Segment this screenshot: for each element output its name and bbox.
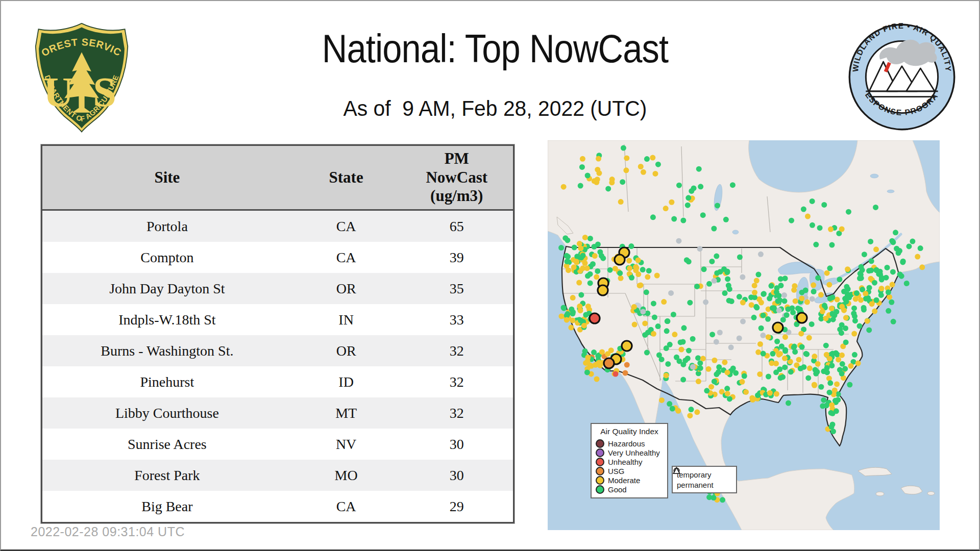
monitor-dot <box>689 407 694 412</box>
state-cell: NV <box>292 429 401 460</box>
monitor-dot <box>632 322 638 328</box>
monitor-dot <box>605 351 610 357</box>
monitor-dot <box>685 203 691 208</box>
monitor-dot <box>811 282 816 288</box>
monitor-dot <box>830 311 836 317</box>
monitor-dot <box>581 323 587 329</box>
monitor-dot <box>818 384 824 390</box>
monitor-dot <box>818 292 824 297</box>
column-header-site: Site <box>42 145 292 210</box>
monitor-dot <box>645 274 650 280</box>
column-header-pm-nowcast: PM NowCast (ug/m3) <box>401 145 514 210</box>
monitor-dot <box>821 202 827 208</box>
monitor-dot <box>876 271 881 277</box>
monitor-dot <box>829 363 835 368</box>
table-row: Forest ParkMO30 <box>42 460 514 491</box>
monitor-dot <box>626 258 632 263</box>
monitor-dot <box>714 254 719 259</box>
monitor-dot <box>697 246 703 252</box>
column-header-state: State <box>292 145 401 210</box>
monitor-dot <box>828 227 834 232</box>
monitor-dot <box>834 408 839 414</box>
table-row: Libby CourthouseMT32 <box>42 397 514 429</box>
monitor-dot <box>832 398 838 404</box>
monitor-dot <box>769 360 774 366</box>
monitor-dot <box>851 311 856 316</box>
monitor-dot <box>561 305 567 310</box>
monitor-dot <box>784 312 790 318</box>
monitor-dot <box>708 384 714 390</box>
state-cell: CA <box>292 491 401 523</box>
monitor-dot <box>592 253 598 259</box>
monitor-dot <box>790 310 796 315</box>
monitor-dot <box>664 328 670 334</box>
monitor-dot <box>714 371 719 377</box>
monitor-dot <box>813 367 818 372</box>
monitor-dot <box>676 238 681 244</box>
monitor-dot <box>724 370 730 375</box>
aqi-legend-items: HazardousVery UnhealthyUnhealthyUSGModer… <box>596 439 663 494</box>
marker-legend-label: permanent <box>677 481 714 489</box>
state-cell: OR <box>292 273 401 304</box>
monitor-dot <box>872 309 877 314</box>
monitor-dot <box>777 351 783 357</box>
monitor-dot <box>893 230 898 235</box>
monitor-dot <box>798 331 804 336</box>
monitor-dot <box>765 316 771 322</box>
monitor-dot <box>823 343 829 348</box>
aqi-legend: Air Quality Index HazardousVery Unhealth… <box>591 423 668 498</box>
monitor-dot <box>821 397 826 403</box>
monitor-dot <box>770 305 775 311</box>
monitor-dot <box>596 156 601 162</box>
monitor-dot <box>566 267 571 273</box>
monitor-dot <box>726 298 732 304</box>
monitor-dot <box>878 292 884 298</box>
monitor-dot <box>841 289 847 294</box>
monitor-dot <box>780 374 786 380</box>
monitor-dot <box>654 272 660 278</box>
table-row: PinehurstID32 <box>42 366 514 397</box>
monitor-dot <box>789 218 794 223</box>
site-cell: Portola <box>42 210 292 242</box>
monitor-dot <box>889 238 895 244</box>
shield-letter-s: S <box>93 68 116 115</box>
monitor-dot <box>788 369 794 374</box>
monitor-dot <box>725 276 730 282</box>
value-cell: 32 <box>401 366 514 397</box>
monitor-dot <box>724 269 730 275</box>
monitor-dot <box>723 217 729 222</box>
monitor-dot <box>667 401 672 407</box>
aqi-legend-item: Very Unhealthy <box>596 448 663 457</box>
puerto-rico <box>927 492 935 495</box>
monitor-dot <box>574 254 580 259</box>
top-site-marker <box>604 358 614 368</box>
monitor-dot <box>609 177 615 182</box>
monitor-dot <box>809 321 815 327</box>
monitor-dot <box>628 243 634 249</box>
monitor-dot <box>766 373 771 379</box>
monitor-dot <box>646 268 652 273</box>
monitor-dot <box>904 281 910 286</box>
monitor-dot <box>782 298 788 304</box>
monitor-dot <box>873 205 878 210</box>
monitor-dot <box>820 309 825 314</box>
aqi-legend-label: Very Unhealthy <box>608 448 660 457</box>
monitor-dot <box>829 424 835 430</box>
monitor-dot <box>829 402 835 408</box>
monitor-dot <box>591 244 597 249</box>
monitor-dot <box>855 361 861 366</box>
monitor-dot <box>836 357 841 362</box>
monitor-dot <box>906 243 912 249</box>
monitor-dot <box>709 332 715 337</box>
monitor-dot <box>761 291 767 296</box>
monitor-dot <box>665 361 671 367</box>
monitor-dot <box>631 304 637 310</box>
monitor-dot <box>830 317 836 322</box>
page-subtitle: As of 9 AM, Feb 28, 2022 (UTC) <box>229 96 762 121</box>
monitor-dot <box>659 357 665 362</box>
monitor-dot <box>799 344 805 349</box>
marker-legend-label: temporary <box>677 470 712 479</box>
monitor-dot <box>826 282 832 288</box>
aqi-legend-label: Moderate <box>608 476 640 485</box>
monitor-dot <box>642 320 648 326</box>
